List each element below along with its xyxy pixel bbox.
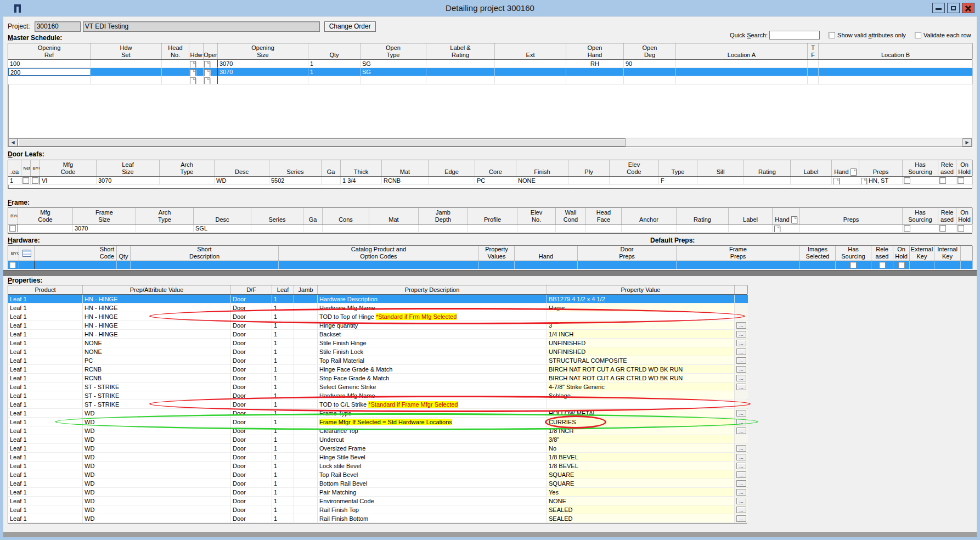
ms-open_type-cell[interactable]	[361, 76, 426, 84]
frame-column-header[interactable]: OnHold	[956, 208, 973, 224]
jamb-cell[interactable]	[294, 400, 318, 408]
jamb-cell[interactable]	[294, 418, 318, 426]
df-cell[interactable]: Door	[231, 470, 272, 479]
hardware-column-header[interactable]: ShortCode	[35, 246, 117, 261]
ms-tf-cell[interactable]	[808, 76, 819, 84]
show-valid-attributes-checkbox[interactable]	[829, 32, 835, 38]
ellipsis-button[interactable]: ...	[736, 419, 746, 425]
hardware-column-header[interactable]: Released	[871, 246, 893, 261]
df-cell[interactable]: Door	[231, 418, 272, 426]
prep-attribute-cell[interactable]: WD	[83, 462, 231, 470]
jamb-cell[interactable]	[294, 409, 318, 417]
ms-tf-cell[interactable]	[808, 60, 819, 68]
property-row[interactable]: Leaf 1WDDoor1Oversized FrameNo...	[8, 444, 747, 453]
df-cell[interactable]: Door	[231, 374, 272, 382]
dl-mfg_code-cell[interactable]: VI	[40, 177, 97, 184]
prep-attribute-cell[interactable]: WD	[83, 426, 231, 435]
door-leafs-column-header[interactable]: Series	[269, 160, 322, 176]
fr-frame_size-cell[interactable]: 3070	[73, 224, 136, 232]
df-cell[interactable]: Door	[231, 312, 272, 320]
ellipsis-button[interactable]: ...	[736, 471, 746, 478]
property-value-cell[interactable]: UNFINISHED	[547, 347, 735, 356]
door-leafs-column-header[interactable]: Ply	[568, 160, 610, 176]
property-description-cell[interactable]: Hinge Stile Bevel	[318, 453, 547, 461]
ellipsis-button[interactable]: ...	[736, 322, 746, 329]
door-leafs-column-header[interactable]: ElevCode	[610, 160, 659, 176]
oper-icon-button[interactable]	[204, 76, 218, 84]
door-leafs-column-header[interactable]: Finish	[516, 160, 568, 176]
released-checkbox[interactable]	[879, 262, 886, 268]
jamb-cell[interactable]	[294, 374, 318, 382]
ms-open_hand-cell[interactable]: RH	[566, 60, 624, 68]
ms-location_a-cell[interactable]	[676, 68, 808, 76]
fr-ga-cell[interactable]	[303, 224, 323, 232]
property-value-cell[interactable]: SQUARE	[547, 470, 735, 479]
dl-sill-cell[interactable]	[697, 177, 744, 184]
property-description-cell[interactable]: Top Rail Bevel	[318, 470, 547, 479]
product-cell[interactable]: Leaf 1	[8, 418, 83, 426]
property-row[interactable]: Leaf 1ST - STRIKEDoor1TOD to C/L Strike …	[8, 400, 747, 409]
master-schedule-hscrollbar[interactable]: ◀ ▶	[8, 138, 972, 147]
prep-attribute-cell[interactable]: WD	[83, 505, 231, 514]
hardware-column-header[interactable]	[19, 246, 35, 261]
ms-location_a-cell[interactable]	[676, 60, 808, 68]
master-schedule-column-header[interactable]: Label &Rating	[426, 43, 495, 59]
leaf-cell[interactable]: 1	[272, 470, 294, 479]
master-schedule-row[interactable]	[8, 76, 972, 85]
dl-rating-cell[interactable]	[744, 177, 791, 184]
prep-attribute-cell[interactable]: WD	[83, 435, 231, 443]
byo-checkbox[interactable]	[9, 225, 16, 232]
jamb-cell[interactable]	[294, 339, 318, 347]
master-schedule-column-header[interactable]: OpeningRef	[8, 43, 91, 59]
door-leafs-column-header[interactable]: HasSourcing	[903, 160, 938, 176]
jamb-cell[interactable]	[294, 330, 318, 338]
quick-search-input[interactable]	[769, 31, 820, 40]
df-cell[interactable]: Door	[231, 347, 272, 356]
ellipsis-button[interactable]: ...	[736, 340, 746, 346]
ms-ext-cell[interactable]	[495, 60, 566, 68]
properties-column-header[interactable]: Jamb	[294, 285, 318, 294]
property-row[interactable]: Leaf 1WDDoor1Hinge Stile Bevel1/8 BEVEL.…	[8, 453, 747, 462]
maximize-button[interactable]	[947, 3, 960, 13]
jamb-cell[interactable]	[294, 321, 318, 329]
prep-attribute-cell[interactable]: PC	[83, 356, 231, 364]
product-cell[interactable]: Leaf 1	[8, 400, 83, 408]
property-row[interactable]: Leaf 1WDDoor1Clearance Top1/8 INCH...	[8, 426, 747, 435]
project-name-field[interactable]	[83, 21, 320, 32]
hw-short_code-cell[interactable]	[35, 261, 117, 269]
dl-preps-cell[interactable]: HN, ST	[859, 177, 903, 184]
properties-column-header[interactable]: Leaf	[272, 285, 294, 294]
ms-hdw_set-cell[interactable]	[91, 68, 162, 76]
frame-column-header[interactable]: HeadFace	[586, 208, 622, 224]
ms-ext-cell[interactable]	[495, 76, 566, 84]
frame-column-header[interactable]: Profile	[468, 208, 517, 224]
door-leafs-column-header[interactable]: Edge	[429, 160, 475, 176]
ms-hdw_set-cell[interactable]	[91, 76, 162, 84]
hardware-column-header[interactable]: ExternalKey	[910, 246, 934, 261]
hdw-icon-button[interactable]	[189, 76, 204, 84]
door-leafs-column-header[interactable]: Preps	[859, 160, 903, 176]
property-description-cell[interactable]: Hardware Description	[318, 295, 547, 303]
df-cell[interactable]: Door	[231, 453, 272, 461]
leaf-cell[interactable]: 1	[272, 374, 294, 382]
fr-preps-cell[interactable]	[800, 224, 903, 232]
property-description-cell[interactable]: Stile Finish Lock	[318, 347, 547, 356]
net-checkbox-cell[interactable]	[21, 177, 31, 184]
product-cell[interactable]: Leaf 1	[8, 303, 83, 312]
properties-column-header[interactable]	[735, 285, 748, 294]
released-checkbox-cell[interactable]	[938, 177, 956, 184]
ms-opening_size-cell[interactable]: 3070	[218, 68, 308, 76]
fr-series-cell[interactable]	[251, 224, 303, 232]
fr-wall_cond-cell[interactable]	[556, 224, 586, 232]
hardware-column-header[interactable]: ShortDescription	[131, 246, 279, 261]
master-schedule-column-header[interactable]: OpenDeg	[624, 43, 676, 59]
prep-attribute-cell[interactable]: WD	[83, 418, 231, 426]
jamb-cell[interactable]	[294, 514, 318, 522]
ms-qty-cell[interactable]: 1	[308, 60, 361, 68]
door-leafs-column-header[interactable]: Thick	[341, 160, 382, 176]
door-leafs-column-header[interactable]: LeafSize	[97, 160, 160, 176]
door-leafs-column-header[interactable]: Desc	[215, 160, 269, 176]
property-value-cell[interactable]: SQUARE	[547, 479, 735, 487]
frame-column-header[interactable]: Series	[251, 208, 303, 224]
on-hold-checkbox[interactable]	[958, 177, 964, 184]
